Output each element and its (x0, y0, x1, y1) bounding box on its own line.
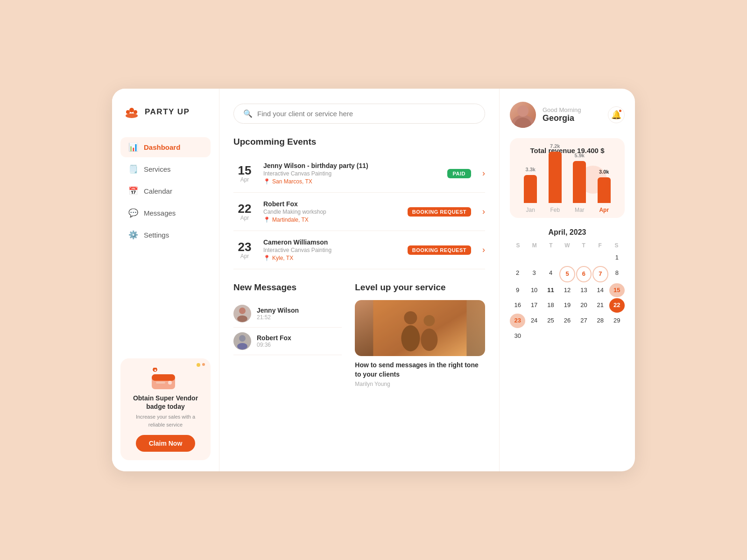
event-day-2: 22 (233, 203, 256, 215)
dashboard-icon: 📊 (128, 142, 138, 152)
sidebar-item-calendar[interactable]: 📅 Calendar (120, 181, 211, 201)
cal-day[interactable]: 8 (609, 266, 625, 282)
cal-day[interactable]: 26 (559, 314, 575, 328)
cal-day[interactable]: 7 (592, 266, 608, 282)
event-date-2: 22 Apr (233, 203, 256, 221)
cal-day[interactable]: 24 (526, 314, 542, 328)
sidebar-item-settings[interactable]: ⚙️ Settings (120, 225, 211, 245)
app-container: PARTY UP 📊 Dashboard 🗒️ Services 📅 Calen… (112, 89, 635, 471)
pin-icon-1: 📍 (263, 178, 270, 185)
cal-day (526, 251, 542, 265)
message-item-1[interactable]: Jenny Wilson 21:52 (233, 300, 342, 328)
svg-rect-19 (374, 300, 467, 356)
logo-icon (123, 104, 140, 120)
event-date-3: 23 Apr (233, 241, 256, 259)
cal-day[interactable]: 15 (609, 283, 625, 298)
cal-day[interactable]: 22 (609, 298, 625, 313)
cal-day[interactable]: 23 (510, 314, 525, 328)
logo: PARTY UP (120, 104, 211, 120)
bar-label-top-jan: 3.3k (526, 167, 536, 172)
cal-day[interactable]: 25 (543, 314, 558, 328)
avatar-jenny (233, 305, 251, 322)
cal-day[interactable]: 9 (510, 283, 525, 298)
user-header: Good Morning Georgia 🔔 (510, 102, 625, 128)
svg-point-3 (134, 110, 137, 114)
user-avatar (510, 102, 536, 128)
message-name-1: Jenny Wilson (257, 307, 299, 314)
event-item-2: 22 Apr Robert Fox Candle Making workshop… (233, 193, 485, 231)
article-title: How to send messages in the right tone t… (355, 361, 485, 379)
message-info-1: Jenny Wilson 21:52 (257, 307, 299, 321)
cal-day[interactable]: 19 (559, 298, 575, 313)
event-arrow-2[interactable]: › (482, 207, 485, 217)
cal-day[interactable]: 29 (609, 314, 625, 328)
notification-dot (618, 109, 622, 113)
cal-day[interactable]: 6 (576, 266, 592, 282)
cal-day[interactable]: 5 (559, 266, 575, 282)
bar-label-bottom-jan: Jan (526, 207, 535, 213)
cal-day[interactable]: 17 (526, 298, 542, 313)
cal-day[interactable]: 13 (576, 283, 592, 298)
event-service-3: Interactive Canvas Painting (263, 247, 400, 253)
sidebar-item-label-messages: Messages (144, 209, 176, 217)
search-input[interactable] (257, 110, 475, 118)
cal-day[interactable]: 2 (510, 266, 525, 282)
cal-day[interactable]: 11 (543, 283, 558, 298)
calendar-grid: 1234567891011121314151617181920212223242… (510, 251, 625, 343)
bar-label-top-feb: 7.2k (550, 143, 560, 149)
event-date-1: 15 Apr (233, 164, 256, 183)
event-day-1: 15 (233, 164, 256, 176)
event-service-1: Interactive Canvas Painting (263, 170, 440, 177)
nav-list: 📊 Dashboard 🗒️ Services 📅 Calendar 💬 Mes… (120, 137, 211, 351)
cal-hdr-t2: T (576, 242, 592, 249)
bottom-section: New Messages Jenny Wilson 21:52 Ro (233, 282, 485, 387)
cal-day[interactable]: 14 (592, 283, 608, 298)
cal-hdr-s1: S (510, 242, 526, 249)
notification-button[interactable]: 🔔 (608, 106, 625, 123)
bar-label-top-mar: 5.9k (575, 153, 585, 158)
claim-now-button[interactable]: Claim Now (136, 435, 196, 452)
sidebar-item-services[interactable]: 🗒️ Services (120, 159, 211, 179)
cal-hdr-m: M (526, 242, 543, 249)
message-item-2[interactable]: Robert Fox 09:36 (233, 328, 342, 355)
cal-day[interactable]: 4 (543, 266, 558, 282)
sidebar-item-dashboard[interactable]: 📊 Dashboard (120, 137, 211, 157)
cal-day[interactable]: 12 (559, 283, 575, 298)
user-greeting-text: Good Morning (543, 106, 601, 113)
cal-hdr-s2: S (608, 242, 625, 249)
event-arrow-1[interactable]: › (482, 168, 485, 178)
event-location-2: 📍 Martindale, TX (263, 217, 400, 223)
event-badge-paid-1: PAID (447, 169, 471, 178)
event-month-3: Apr (233, 253, 256, 259)
cal-hdr-t1: T (543, 242, 559, 249)
event-info-2: Robert Fox Candle Making workshop 📍 Mart… (263, 200, 400, 223)
user-greeting: Good Morning Georgia (543, 106, 601, 123)
cal-day[interactable]: 16 (510, 298, 525, 313)
chart-area: 3.3k Jan 7.2k Feb 5.9k Mar 3.0k (518, 162, 616, 213)
svg-point-2 (129, 108, 134, 112)
event-badge-request-2: BOOKING REQUEST (408, 207, 471, 217)
event-location-1: 📍 San Marcos, TX (263, 178, 440, 185)
cal-day[interactable]: 30 (510, 329, 525, 343)
cal-day[interactable]: 28 (592, 314, 608, 328)
cal-day[interactable]: 3 (526, 266, 542, 282)
cal-day[interactable]: 21 (592, 298, 608, 313)
cal-day[interactable]: 20 (576, 298, 592, 313)
svg-point-11 (237, 315, 247, 322)
svg-point-12 (239, 335, 246, 342)
cal-day[interactable]: 1 (609, 251, 625, 265)
dot-yellow (197, 363, 200, 367)
bar-label-bottom-feb: Feb (550, 207, 560, 213)
cal-day[interactable]: 18 (543, 298, 558, 313)
cal-day[interactable]: 10 (526, 283, 542, 298)
vendor-card-subtitle: Increase your sales with a reliable serv… (128, 413, 203, 428)
sidebar: PARTY UP 📊 Dashboard 🗒️ Services 📅 Calen… (112, 89, 219, 471)
svg-rect-6 (156, 382, 165, 384)
cal-day (559, 251, 575, 265)
svg-rect-5 (152, 374, 175, 381)
cal-day[interactable]: 27 (576, 314, 592, 328)
bar-col-feb: 7.2k Feb (543, 143, 568, 213)
sidebar-item-messages[interactable]: 💬 Messages (120, 203, 211, 223)
event-arrow-3[interactable]: › (482, 245, 485, 255)
search-bar[interactable]: 🔍 (233, 104, 485, 124)
